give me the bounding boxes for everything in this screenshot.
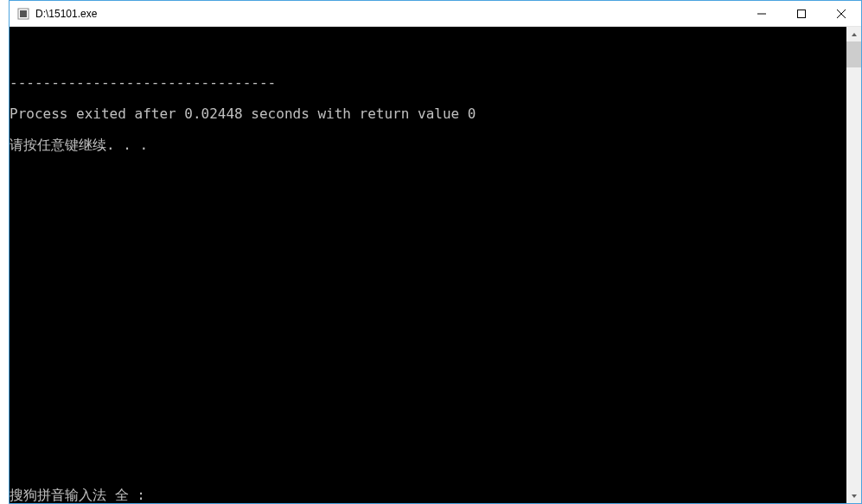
scroll-thumb[interactable]: [846, 41, 861, 67]
svg-rect-3: [798, 10, 806, 17]
titlebar[interactable]: D:\15101.exe: [10, 1, 861, 27]
window-title: D:\15101.exe: [35, 8, 742, 20]
maximize-button[interactable]: [782, 1, 821, 26]
console-window: D:\15101.exe ---------------------------…: [9, 0, 862, 504]
close-button[interactable]: [821, 1, 861, 26]
window-controls: [742, 1, 861, 26]
app-icon: [16, 7, 30, 21]
process-exit-line: Process exited after 0.02448 seconds wit…: [10, 106, 846, 122]
svg-marker-6: [852, 33, 857, 36]
ime-status-bar: 搜狗拼音输入法 全 :: [10, 488, 145, 503]
console-area: -------------------------------- Process…: [10, 27, 861, 503]
press-any-key-line: 请按任意键继续. . .: [10, 137, 846, 153]
blank-line: [10, 44, 846, 60]
minimize-button[interactable]: [742, 1, 782, 26]
svg-marker-7: [852, 494, 857, 498]
separator-line: --------------------------------: [10, 75, 846, 91]
scroll-down-button[interactable]: [846, 488, 861, 503]
scroll-up-button[interactable]: [846, 27, 861, 41]
console-output[interactable]: -------------------------------- Process…: [10, 27, 846, 503]
svg-rect-1: [20, 10, 27, 17]
vertical-scrollbar[interactable]: [846, 27, 861, 503]
left-gutter: [0, 0, 9, 504]
